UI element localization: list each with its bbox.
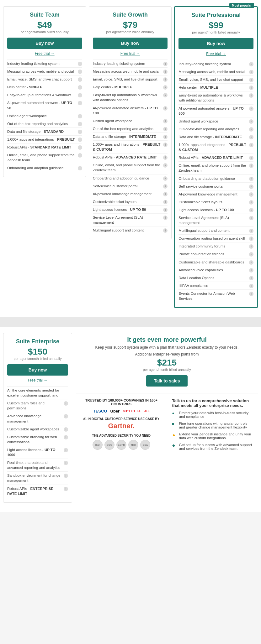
feature-text: Help center - SINGLE <box>7 85 78 90</box>
info-dot: i <box>78 166 82 170</box>
feature-item: Email, voice, SMS, and live chat support… <box>178 75 253 83</box>
right-panel-title: Talk to us for a comprehensive solution … <box>172 398 253 408</box>
info-dot: i <box>163 85 168 90</box>
enterprise-feature-item: Customizable agent workspaces i <box>7 425 68 433</box>
info-dot: i <box>78 145 82 150</box>
feature-text: Industry-leading ticketing system <box>178 61 249 66</box>
feature-text: Multilingual support and content <box>93 228 163 233</box>
feature-item: Easy-to-set up automations & workflows w… <box>93 91 168 104</box>
feature-item: AI-powered knowledge management i <box>93 190 168 198</box>
feature-text: Out-of-the-box reporting and analytics <box>93 126 163 131</box>
feature-item: Light access licenses - UP TO 100 i <box>178 206 253 214</box>
feature-text: Robust APIs - STANDARD RATE LIMIT <box>7 145 78 150</box>
feature-item: Advanced voice capabilities i <box>178 266 253 274</box>
free-trial-link[interactable]: Free trial → <box>7 51 82 56</box>
feature-item: Self-service customer portal i <box>178 182 253 190</box>
feature-text: Onboarding and adoption guidance <box>178 176 249 181</box>
info-dot: i <box>163 62 168 66</box>
feature-item: AI-powered automated answers - UP TO 500… <box>178 104 253 117</box>
info-dot: i <box>249 70 253 74</box>
feature-item: Events Connector for Amazon Web Services… <box>178 289 253 302</box>
feature-item: Help center - SINGLE i <box>7 83 82 91</box>
info-dot: i <box>163 184 168 189</box>
info-dot: i <box>163 143 168 147</box>
feature-item: Integrated community forums i <box>178 242 253 250</box>
info-dot: i <box>64 427 68 432</box>
info-dot: i <box>249 106 253 111</box>
info-dot: i <box>78 122 82 126</box>
feature-text: Self-service customer portal <box>178 184 249 189</box>
feature-item: Customizable ticket layouts i <box>93 198 168 205</box>
enterprise-free-trial[interactable]: Free trial → <box>7 378 68 382</box>
feature-item: Online, email, and phone support from th… <box>178 161 253 174</box>
info-dot: i <box>163 77 168 82</box>
enterprise-feature-item: All the core elements needed for excelle… <box>7 386 68 399</box>
info-dot: i <box>163 155 168 160</box>
bullet-text: Extend your Zendesk instance and unify y… <box>179 432 253 440</box>
enterprise-bullet: ● Protect your data with best-in-class s… <box>172 411 253 418</box>
feature-text: Online, email, and phone support from th… <box>93 163 163 173</box>
shield-icon: ● <box>172 411 177 416</box>
bullet-text: Fine-tune operations with granular contr… <box>179 422 253 429</box>
feature-item: Industry-leading ticketing system i <box>93 60 168 67</box>
feature-item: Online, email, and phone support from th… <box>7 151 82 164</box>
feature-item: Multilingual support and content i <box>178 226 253 234</box>
section-separator <box>0 317 261 327</box>
info-dot: i <box>78 130 82 134</box>
feature-text: Self-service customer portal <box>93 184 163 189</box>
enterprise-plans-label: Additional enterprise-ready plans from <box>81 352 253 356</box>
top-section: Suite Team$49per agent/month billed annu… <box>0 0 261 317</box>
info-dot: i <box>249 135 253 139</box>
talk-sales-button[interactable]: Talk to sales <box>146 375 187 387</box>
bottom-section: Suite Enterprise$150per agent/month bill… <box>0 327 261 512</box>
enterprise-bullets: ● Protect your data with best-in-class s… <box>172 411 253 450</box>
feature-text: Easy-to-set up automations & workflows w… <box>178 93 249 103</box>
feature-text: Customizable ticket layouts <box>178 200 249 205</box>
free-trial-link[interactable]: Free trial → <box>93 51 168 56</box>
enterprise-buy-button[interactable]: Buy now <box>7 364 68 376</box>
enterprise-feature-text: Customizable branding for web conversati… <box>7 434 64 444</box>
info-dot: i <box>249 236 253 241</box>
enterprise-feature-text: Customizable agent workspaces <box>7 427 64 432</box>
feature-item: Service Level Agreement (SLA) management… <box>93 213 168 226</box>
enterprise-feature-item: Light access licenses - UP TO 1000 i <box>7 446 68 459</box>
plan-name: Suite Growth <box>93 12 168 18</box>
feature-text: Out-of-the-box reporting and analytics <box>178 127 249 132</box>
feature-item: Industry-leading ticketing system i <box>178 60 253 68</box>
info-dot: i <box>249 127 253 132</box>
feature-item: Messaging across web, mobile and social … <box>178 68 253 75</box>
buy-now-button[interactable]: Buy now <box>7 38 82 49</box>
free-trial-link[interactable]: Free trial → <box>178 52 253 56</box>
feature-item: Out-of-the-box reporting and analytics i <box>7 120 82 127</box>
feature-text: Service Level Agreement (SLA) management <box>93 215 163 225</box>
info-dot: i <box>163 93 168 97</box>
enterprise-feature-text: Advanced knowledge management <box>7 413 64 423</box>
enterprise-price: $150 <box>7 347 68 357</box>
info-dot: i <box>249 177 253 181</box>
feature-text: Robust APIs - ADVANCED RATE LIMIT <box>178 155 249 160</box>
info-dot: i <box>78 70 82 74</box>
plan-billing: per agent/month billed annually <box>178 30 253 34</box>
info-dot: i <box>163 163 168 168</box>
feature-item: Customizable and shareable dashboards i <box>178 258 253 266</box>
info-dot: i <box>249 156 253 160</box>
bullet-text: Protect your data with best-in-class sec… <box>179 411 253 418</box>
feature-item: Data and file storage - INTERMEDIATE i <box>178 133 253 141</box>
enterprise-price-big: $215 <box>81 358 253 368</box>
feature-item: 1,000+ apps and integrations - PREBUILT … <box>178 141 253 153</box>
info-dot: i <box>249 284 253 288</box>
info-dot: i <box>249 276 253 280</box>
buy-now-button[interactable]: Buy now <box>93 38 168 49</box>
info-dot: i <box>163 127 168 131</box>
feature-text: Light access licenses - UP TO 100 <box>178 207 249 212</box>
feature-item: AI-powered automated answers - UP TO 50 … <box>7 99 82 112</box>
feature-item: Robust APIs - STANDARD RATE LIMIT i <box>7 143 82 151</box>
info-dot: i <box>163 228 168 233</box>
security-label: THE ADVANCED SECURITY YOU NEED <box>81 434 162 437</box>
feature-item: Email, voice, SMS, and live chat support… <box>93 75 168 83</box>
info-dot: i <box>249 192 253 197</box>
info-dot: i <box>163 192 168 196</box>
feature-text: Advanced voice capabilities <box>178 267 249 273</box>
buy-now-button[interactable]: Buy now <box>178 38 253 49</box>
feature-text: Data and file storage - INTERMEDIATE <box>178 134 249 139</box>
